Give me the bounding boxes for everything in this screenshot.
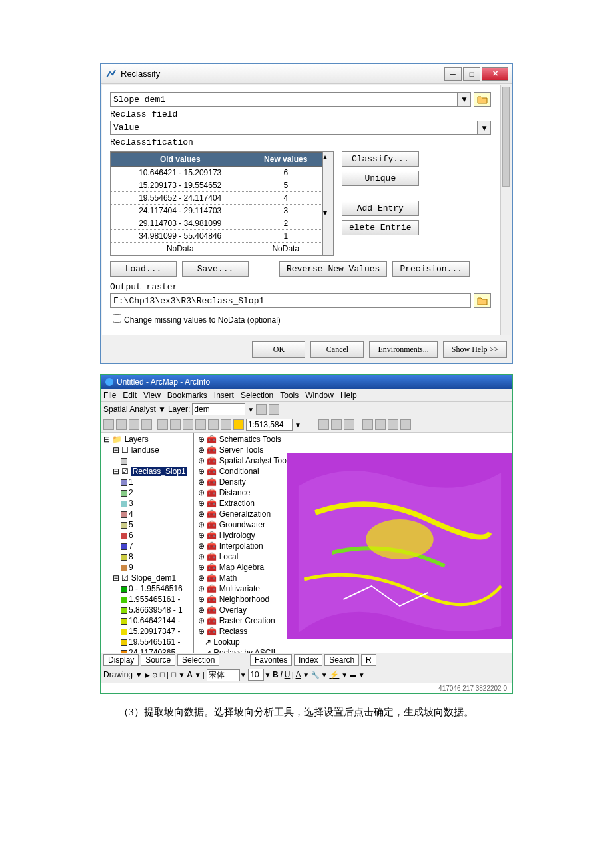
arrow-icon[interactable]: [331, 419, 342, 430]
redo-icon[interactable]: [221, 419, 231, 430]
toolbox-item[interactable]: ⊕ 🧰 Distance: [195, 487, 285, 498]
table-scrollbar[interactable]: ▴▾: [323, 151, 334, 256]
spatial-analyst-toolbar[interactable]: Spatial Analyst ▼ Layer: ▼: [101, 402, 512, 417]
toolbox-item[interactable]: ⊕ 🧰 Math: [195, 573, 285, 583]
maximize-button[interactable]: □: [463, 67, 480, 81]
menu-insert[interactable]: Insert: [214, 391, 234, 400]
layer-combo[interactable]: [192, 403, 245, 415]
show-help-button[interactable]: Show Help >>: [443, 341, 507, 358]
unique-button[interactable]: Unique: [342, 171, 419, 186]
toolbox-item[interactable]: ⊕ 🧰 Spatial Analyst Tools: [195, 455, 285, 466]
toolbox-item[interactable]: ⊕ 🧰 Hydrology: [195, 530, 285, 541]
tab-source[interactable]: Source: [141, 654, 175, 666]
menu-help[interactable]: Help: [340, 391, 357, 400]
table-row[interactable]: 10.646421 - 15.2091736: [111, 167, 322, 179]
minimize-button[interactable]: ─: [444, 67, 462, 81]
help-icon[interactable]: [344, 419, 354, 430]
load-button[interactable]: Load...: [110, 261, 177, 277]
zoom-in-icon[interactable]: [362, 419, 373, 430]
add-data-icon[interactable]: [233, 419, 244, 430]
reverse-button[interactable]: Reverse New Values: [279, 261, 387, 277]
copy-icon[interactable]: [170, 419, 181, 430]
delete-entries-button[interactable]: elete Entrie: [342, 220, 419, 235]
editor-icon[interactable]: [318, 419, 329, 430]
toolbox-item[interactable]: ⊕ 🧰 Generalization: [195, 509, 285, 519]
toolbox-item[interactable]: ⊕ 🧰 Overlay: [195, 605, 285, 615]
close-button[interactable]: ✕: [482, 67, 508, 81]
toolbox-item[interactable]: ⊕ 🧰 Neighborhood: [195, 594, 285, 605]
menu-file[interactable]: File: [103, 391, 116, 400]
toolbox-item[interactable]: ⊕ 🧰 Local: [195, 551, 285, 562]
col-new[interactable]: New values: [249, 153, 322, 167]
table-row[interactable]: 15.209173 - 19.5546525: [111, 179, 322, 192]
toolbox-item[interactable]: ⊕ 🧰 Groundwater: [195, 519, 285, 530]
toolbox-item[interactable]: ⊕ 🧰 Reclass: [195, 626, 285, 637]
toolbox-item[interactable]: ⊕ 🧰 Conditional: [195, 466, 285, 477]
toolbox-item[interactable]: ⊕ 🧰 Raster Creation: [195, 615, 285, 626]
col-old[interactable]: Old values: [111, 153, 249, 167]
scale-input[interactable]: [246, 419, 293, 431]
toolbox-item[interactable]: ⊕ 🧰 Schematics Tools: [195, 434, 285, 445]
tab-display[interactable]: Display: [103, 654, 139, 666]
cut-icon[interactable]: [157, 419, 168, 430]
print-icon[interactable]: [141, 419, 152, 430]
input-raster-combo[interactable]: ▼: [110, 92, 491, 107]
environments-button[interactable]: Environments...: [369, 341, 437, 358]
pan-icon[interactable]: [388, 419, 398, 430]
menu-view[interactable]: View: [143, 391, 161, 400]
toolbox-item[interactable]: ↗ Reclass by ASCII: [195, 647, 285, 653]
toolbox-item[interactable]: ⊕ 🧰 Multivariate: [195, 583, 285, 594]
add-entry-button[interactable]: Add Entry: [342, 201, 419, 216]
map-view[interactable]: [287, 433, 512, 653]
chevron-down-icon[interactable]: ▼: [478, 121, 491, 135]
spatial-analyst-label[interactable]: Spatial Analyst ▼: [103, 405, 166, 414]
full-extent-icon[interactable]: [400, 419, 411, 430]
zoom-out-icon[interactable]: [375, 419, 386, 430]
arcmap-titlebar[interactable]: Untitled - ArcMap - ArcInfo: [101, 375, 512, 389]
tab-search[interactable]: Search: [324, 654, 359, 666]
toolbox-item[interactable]: ⊕ 🧰 Extraction: [195, 498, 285, 509]
ok-button[interactable]: OK: [252, 341, 305, 358]
input-raster-input[interactable]: [110, 92, 458, 107]
table-row[interactable]: 24.117404 - 29.1147033: [111, 205, 322, 217]
toolbox-item[interactable]: ⊕ 🧰 Density: [195, 477, 285, 487]
menubar[interactable]: FileEditViewBookmarksInsertSelectionTool…: [101, 389, 512, 402]
delete-icon[interactable]: [195, 419, 206, 430]
cancel-button[interactable]: Cancel: [310, 341, 364, 358]
nodata-checkbox[interactable]: [113, 314, 121, 323]
font-combo[interactable]: [207, 669, 240, 681]
font-size-combo[interactable]: [248, 669, 264, 681]
table-row[interactable]: 29.114703 - 34.9810992: [111, 217, 322, 230]
toolbox-item[interactable]: ⊕ 🧰 Interpolation: [195, 541, 285, 551]
table-row[interactable]: NoDataNoData: [111, 243, 322, 255]
menu-edit[interactable]: Edit: [123, 391, 137, 400]
arctoolbox[interactable]: ⊕ 🧰 Schematics Tools⊕ 🧰 Server Tools⊕ 🧰 …: [194, 433, 287, 653]
folder-icon[interactable]: [474, 92, 491, 107]
save-icon[interactable]: [129, 419, 139, 430]
chevron-down-icon[interactable]: ▼: [458, 92, 471, 107]
tab-r[interactable]: R: [361, 654, 376, 666]
histogram-icon[interactable]: [256, 404, 267, 415]
table-row[interactable]: 19.554652 - 24.1174044: [111, 192, 322, 205]
reclass-field-input[interactable]: [110, 121, 478, 135]
open-icon[interactable]: [116, 419, 127, 430]
toolbox-item[interactable]: ⊕ 🧰 Map Algebra: [195, 562, 285, 573]
standard-toolbar[interactable]: ▼: [101, 417, 512, 433]
reclass-field-combo[interactable]: ▼: [110, 121, 491, 135]
tab-favorites[interactable]: Favorites: [250, 654, 292, 666]
menu-bookmarks[interactable]: Bookmarks: [167, 391, 207, 400]
table-of-contents[interactable]: ⊟ 📁 Layers ⊟ ☐ landuse ⊟ ☑ Reclass_Slop1…: [101, 433, 194, 653]
drawing-toolbar[interactable]: Drawing ▼ ▶ ⊙ ☐ | ☐ ▼ A ▼ | ▼ ▼ B I U | …: [101, 667, 512, 683]
precision-button[interactable]: Precision...: [392, 261, 470, 277]
folder-icon[interactable]: [474, 293, 491, 308]
paste-icon[interactable]: [183, 419, 193, 430]
new-icon[interactable]: [103, 419, 114, 430]
output-raster-input[interactable]: [110, 293, 471, 308]
toolbox-item[interactable]: ↗ Lookup: [195, 637, 285, 647]
reclass-table[interactable]: Old valuesNew values 10.646421 - 15.2091…: [110, 151, 323, 256]
save-button[interactable]: Save...: [182, 261, 249, 277]
titlebar[interactable]: Reclassify ─ □ ✕: [101, 64, 512, 84]
menu-window[interactable]: Window: [305, 391, 334, 400]
toolbox-item[interactable]: ⊕ 🧰 Server Tools: [195, 445, 285, 455]
contour-icon[interactable]: [269, 404, 279, 415]
